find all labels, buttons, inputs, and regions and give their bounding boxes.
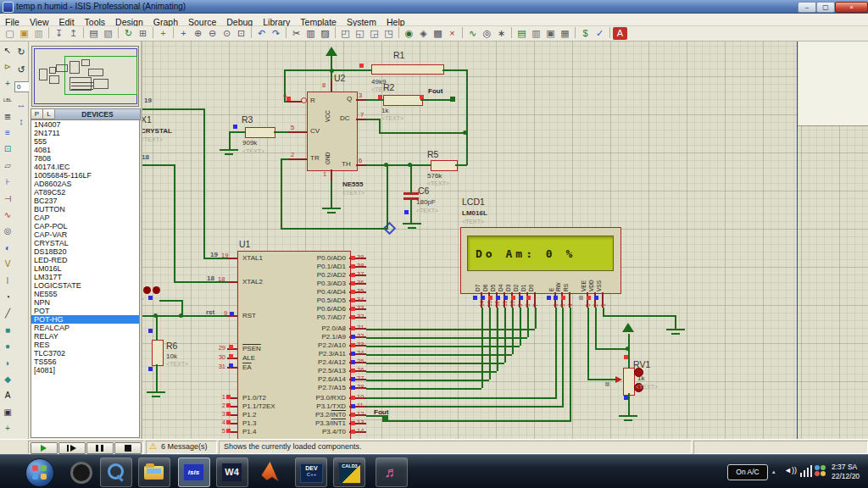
toggle-grid-icon[interactable]: ⊞ [136, 27, 150, 40]
search-tag-icon[interactable]: ◎ [480, 27, 494, 40]
music-app[interactable]: ♬ [376, 458, 408, 487]
cut-icon[interactable]: ✂ [289, 27, 303, 40]
close-button[interactable]: × [835, 2, 868, 13]
zoom-area-icon[interactable]: ⊡ [234, 27, 248, 40]
message-cell[interactable]: ⚠ 6 Message(s) [146, 441, 217, 454]
device-item-10056845-116lf[interactable]: 10056845-116LF [31, 171, 139, 180]
device-item-1n4007[interactable]: 1N4007 [31, 120, 139, 129]
device-item-button[interactable]: BUTTON [31, 205, 139, 214]
device-item-555[interactable]: 555 [31, 137, 139, 146]
device-item-realcap[interactable]: REALCAP [31, 324, 139, 332]
browser-app[interactable] [65, 458, 96, 485]
device-item-ds18b20[interactable]: DS18B20 [31, 247, 139, 256]
pause-button[interactable] [86, 442, 114, 454]
device-item-cap[interactable]: CAP [31, 214, 139, 222]
device-item-res[interactable]: RES [31, 341, 139, 349]
redraw-icon[interactable]: ↻ [121, 27, 136, 40]
devcpp-app[interactable]: DEVC++ [295, 458, 327, 487]
2d-circle-mode-icon[interactable]: ● [1, 340, 14, 353]
device-item-npn[interactable]: NPN [31, 298, 139, 307]
device-item-bc237[interactable]: BC237 [31, 197, 139, 205]
generator-mode-icon[interactable]: ◐ [1, 241, 14, 255]
instant-edit-mode-icon[interactable]: ▱ [1, 159, 14, 173]
device-item-ad8602as[interactable]: AD8602AS [31, 180, 139, 188]
flip-vertical-icon[interactable]: ↕ [15, 115, 27, 127]
device-item-relay[interactable]: RELAY [31, 332, 139, 341]
maximize-button[interactable]: ▢ [816, 2, 835, 13]
undo-icon[interactable]: ↶ [254, 27, 269, 40]
mark-output-area-icon[interactable]: ▧ [101, 27, 115, 40]
device-pin-mode-icon[interactable]: ⊣ [1, 192, 14, 206]
rv1-wiper-arrow[interactable] [615, 376, 622, 383]
zoom-in-icon[interactable]: ⊕ [191, 27, 205, 40]
stop-button[interactable] [114, 442, 142, 454]
block-delete-icon[interactable]: ◳ [381, 27, 396, 40]
library-button[interactable]: L [42, 108, 55, 119]
isis-app[interactable]: isis [178, 458, 210, 487]
copy-icon[interactable]: ▥ [303, 27, 318, 40]
device-item-at89c52[interactable]: AT89C52 [31, 188, 139, 197]
rv1-pot-body[interactable] [623, 368, 635, 396]
block-move-icon[interactable]: ◱ [353, 27, 367, 40]
property-assignment-icon[interactable]: ∗ [494, 27, 509, 40]
device-item-lm016l[interactable]: LM016L [31, 264, 139, 273]
r5-resistor[interactable] [431, 160, 458, 171]
2d-path-mode-icon[interactable]: ◆ [1, 373, 14, 386]
zoom-out-icon[interactable]: ⊖ [205, 27, 220, 40]
2d-box-mode-icon[interactable]: ■ [1, 324, 14, 337]
matlab-app[interactable] [255, 458, 286, 485]
device-item-cap-var[interactable]: CAP-VAR [31, 230, 139, 239]
save-design-icon[interactable]: ▥ [31, 27, 46, 40]
tray-expand-icon[interactable]: ▴ [772, 468, 776, 476]
device-item-pot[interactable]: POT [31, 307, 139, 315]
new-sheet-icon[interactable]: ▥ [529, 27, 543, 40]
wire-autorouter-icon[interactable]: ∿ [465, 27, 480, 40]
explorer-app[interactable] [138, 458, 170, 487]
rotate-anticlockwise-icon[interactable]: ↺ [15, 64, 27, 75]
tape-recorder-mode-icon[interactable]: ◎ [1, 225, 14, 238]
intersheet-terminal-mode-icon[interactable]: ⊦ [1, 175, 14, 189]
device-item-crystal[interactable]: CRYSTAL [31, 239, 139, 247]
network-icon[interactable] [800, 465, 812, 477]
clock-time[interactable]: 2:37 SA [832, 463, 857, 471]
r1-resistor[interactable] [371, 64, 444, 75]
2d-line-mode-icon[interactable]: ╱ [1, 307, 14, 320]
remove-sheet-icon[interactable]: ▣ [543, 27, 558, 40]
new-design-icon[interactable]: ▢ [3, 27, 17, 40]
device-item-ts556[interactable]: TS556 [31, 358, 139, 366]
component-mode-icon[interactable]: ⊳ [1, 60, 14, 74]
print-icon[interactable]: ▤ [86, 27, 101, 40]
reset-button-terminal[interactable] [153, 286, 160, 294]
device-item-4081[interactable]: 4081 [31, 146, 139, 154]
device-list[interactable]: 1N40072N17115554081780840174.IEC10056845… [31, 119, 140, 438]
device-item-pot-hg[interactable]: POT-HG [31, 315, 139, 324]
netlist-to-ares-icon[interactable]: A [613, 27, 627, 40]
electrical-rule-check-icon[interactable]: ✓ [593, 27, 607, 40]
selection-mode-icon[interactable]: ↖ [1, 44, 14, 58]
goto-sheet-icon[interactable]: ▦ [558, 27, 572, 40]
device-item-ne555[interactable]: NE555 [31, 290, 139, 298]
bill-of-materials-icon[interactable]: $ [578, 27, 593, 40]
junction-dot-mode-icon[interactable]: + [1, 77, 14, 91]
device-item-[4081][interactable]: [4081] [31, 366, 139, 374]
graph-mode-icon[interactable]: ∿ [1, 208, 14, 222]
device-item-40174.iec[interactable]: 40174.IEC [31, 163, 139, 171]
2d-arc-mode-icon[interactable]: ◗ [1, 357, 14, 370]
current-probe-mode-icon[interactable]: I [1, 274, 14, 288]
battery-status[interactable]: On A/C [727, 464, 768, 480]
flip-horizontal-icon[interactable]: ↔ [15, 98, 27, 110]
cald-app[interactable]: CALD3 [333, 458, 365, 487]
import-section-icon[interactable]: ↧ [52, 27, 66, 40]
overview-minimap[interactable] [31, 46, 139, 107]
bus-mode-icon[interactable]: ≡ [1, 126, 14, 140]
pick-device-icon[interactable]: ◉ [402, 27, 416, 40]
open-design-icon[interactable]: ▣ [17, 27, 31, 40]
volume-icon[interactable]: ◄)) [784, 466, 797, 474]
virtual-instrument-mode-icon[interactable]: ◔ [1, 291, 14, 304]
subcircuit-mode-icon[interactable]: ⊡ [1, 142, 14, 156]
text-script-mode-icon[interactable]: ≣ [1, 110, 14, 124]
pick-parts-button[interactable]: P [31, 108, 43, 119]
play-button[interactable] [31, 442, 58, 454]
block-rotate-icon[interactable]: ◲ [367, 27, 381, 40]
block-copy-icon[interactable]: ◰ [338, 27, 353, 40]
